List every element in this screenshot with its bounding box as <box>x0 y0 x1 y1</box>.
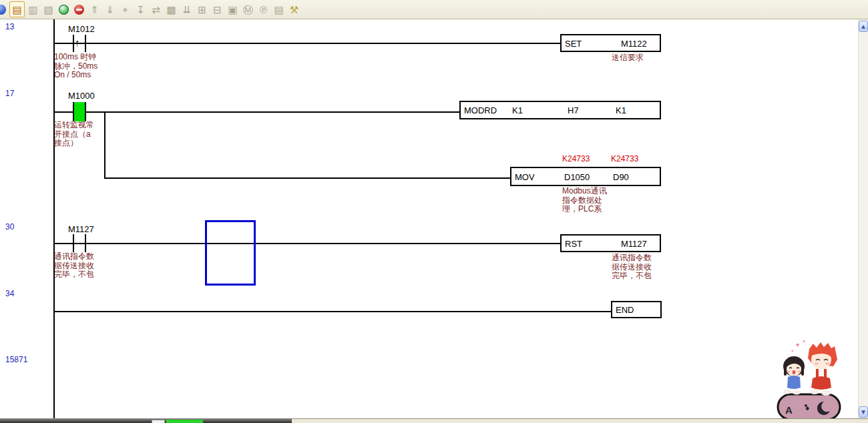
device-comment: 100ms 时钟 脉冲，50ms On / 50ms <box>54 53 97 80</box>
stop-glyph <box>74 5 84 15</box>
scroll-down-button[interactable]: ▼ <box>859 406 868 418</box>
device-comment: 运转监视常 开接点（a 接点） <box>54 121 94 148</box>
instruction-operand: K1 <box>512 105 523 115</box>
rung-line <box>53 243 560 244</box>
rung-line <box>53 43 560 44</box>
toolbar: ▤ ▥ ▧ ⇑ ⇓ ⌖ ↧ ⇄ ▩ ⇊ ⊞ ⊟ ▣ Ⓜ ℗ ▤ ⚒ <box>0 0 868 19</box>
instruction-op: SET <box>565 38 582 48</box>
branch-line <box>104 111 105 178</box>
magnifier-m-icon[interactable]: Ⓜ <box>241 2 255 17</box>
instruction-operand: D90 <box>613 171 629 181</box>
instruction-operand: H7 <box>568 105 579 115</box>
magnifier-p-glyph: ℗ <box>260 5 267 15</box>
bottom-light-strip <box>292 418 868 423</box>
svg-text:♥: ♥ <box>796 342 799 348</box>
pc-upload-icon[interactable]: ⇑ <box>87 2 101 17</box>
contact-bar[interactable] <box>85 102 86 121</box>
monitor-on-highlight <box>74 102 85 121</box>
instruction-comment: 通讯指令数 据传送接收 完毕，不包 <box>612 254 652 281</box>
code-download-icon[interactable]: ↧ <box>134 2 148 17</box>
contact-device-label: M1000 <box>68 91 95 101</box>
rising-pulse-icon: ↑ <box>75 37 80 48</box>
magnifier-m-glyph: Ⓜ <box>243 5 253 15</box>
network-monitor-icon[interactable]: ▤ <box>272 2 286 17</box>
tool-glyph: ⚒ <box>290 5 298 15</box>
tool-icon[interactable]: ⚒ <box>287 2 301 17</box>
monitor-value: K24733 <box>562 154 590 163</box>
instruction-op: MOV <box>515 171 535 181</box>
contact-bar[interactable] <box>73 35 74 52</box>
scroll-up-button[interactable]: ▲ <box>859 21 868 32</box>
rung-line <box>53 111 459 113</box>
window-cascade-glyph: ⊟ <box>213 5 222 15</box>
blue-sphere-glyph <box>0 5 6 15</box>
step-number: 15871 <box>5 355 27 364</box>
bottom-green-chip <box>166 420 203 423</box>
contact-bar[interactable] <box>85 234 86 252</box>
end-instruction-box[interactable]: END <box>611 301 662 318</box>
instruction-op: END <box>616 305 634 315</box>
instruction-op: MODRD <box>464 105 497 115</box>
step-number: 34 <box>5 289 14 298</box>
globe-icon[interactable] <box>57 2 71 17</box>
magnifier-p-icon[interactable]: ℗ <box>256 2 270 17</box>
network-monitor-glyph: ▤ <box>274 5 283 15</box>
plc-ladder-monitor-window: ▤ ▥ ▧ ⇑ ⇓ ⌖ ↧ ⇄ ▩ ⇊ ⊞ ⊟ ▣ Ⓜ ℗ ▤ ⚒ 13 17 … <box>0 0 868 423</box>
binary-monitor-icon[interactable]: ▩ <box>164 2 178 17</box>
sticker-letter: A <box>785 404 793 416</box>
binary-download-glyph: ⇊ <box>182 5 191 15</box>
contact-bar[interactable] <box>73 234 74 252</box>
ladder-insert-icon[interactable]: ⊞ <box>195 2 209 17</box>
contact-device-label: M1012 <box>68 24 95 34</box>
instruction-comment: Modbus通讯 指令数据处 理，PLC系 <box>562 187 607 214</box>
rung-line <box>53 311 611 312</box>
svg-text:♥: ♥ <box>791 349 794 353</box>
bottom-white-chip <box>152 420 165 423</box>
stop-icon[interactable] <box>72 2 86 17</box>
window-cascade-icon[interactable]: ⊟ <box>210 2 224 17</box>
modrd-instruction-box[interactable]: MODRD K1 H7 K1 <box>459 101 661 119</box>
step-number: 30 <box>5 222 14 232</box>
screen-glyph: ▣ <box>228 5 237 15</box>
instruction-operand: K1 <box>616 105 626 115</box>
ladder-monitor-icon[interactable]: ▥ <box>26 2 40 17</box>
device-comment: 通讯指令数 据传送接收 完毕，不包 <box>54 252 94 280</box>
contact-bar[interactable] <box>73 102 74 121</box>
chibi-couple-art: ♥ ♥ ♥ <box>776 338 843 421</box>
svg-text:♥: ♥ <box>803 339 805 344</box>
chevron-up-icon: ▲ <box>860 23 867 30</box>
ladder-view-icon[interactable]: ▤ <box>9 1 25 17</box>
pc-download-glyph: ⇓ <box>105 5 114 15</box>
step-number: 13 <box>5 22 14 31</box>
sphere-icon[interactable] <box>0 2 8 17</box>
ladder-monitor-glyph: ▥ <box>28 5 37 15</box>
contact-bar[interactable] <box>85 35 86 52</box>
paste-window-glyph: ▧ <box>43 5 53 15</box>
instruction-comment: 送信要求 <box>612 53 644 63</box>
globe-glyph <box>59 5 69 15</box>
chibi-couple-sticker[interactable]: ♥ ♥ ♥ <box>776 338 843 421</box>
set-instruction-box[interactable]: SET M1122 <box>560 34 661 52</box>
ladder-canvas[interactable]: 13 17 30 34 15871 M1012 ↑ 100ms 时钟 脉冲，50… <box>0 19 859 418</box>
ladder-view-glyph: ▤ <box>12 5 21 15</box>
step-number: 17 <box>5 89 14 98</box>
pc-download-icon[interactable]: ⇓ <box>103 2 117 17</box>
paste-window-icon[interactable]: ▧ <box>41 2 55 17</box>
screen-icon[interactable]: ▣ <box>226 2 240 17</box>
instruction-operand: M1127 <box>621 238 647 248</box>
instruction-operand: D1050 <box>564 171 590 181</box>
pc-upload-glyph: ⇑ <box>90 5 99 15</box>
code-convert-glyph: ⇄ <box>152 5 160 15</box>
contact-device-label: M1127 <box>68 224 94 234</box>
satellite-glyph: ⌖ <box>122 5 128 15</box>
satellite-icon[interactable]: ⌖ <box>118 2 132 17</box>
code-convert-icon[interactable]: ⇄ <box>149 2 163 17</box>
mov-instruction-box[interactable]: MOV D1050 D90 <box>510 167 661 186</box>
ladder-insert-glyph: ⊞ <box>198 5 206 15</box>
instruction-operand: M1122 <box>621 38 647 48</box>
code-download-glyph: ↧ <box>136 5 145 15</box>
rst-instruction-box[interactable]: RST M1127 <box>560 234 661 252</box>
edit-cursor-rect[interactable] <box>205 220 256 286</box>
vertical-scrollbar[interactable]: ▲ ▼ <box>858 19 868 418</box>
binary-download-icon[interactable]: ⇊ <box>180 2 194 17</box>
